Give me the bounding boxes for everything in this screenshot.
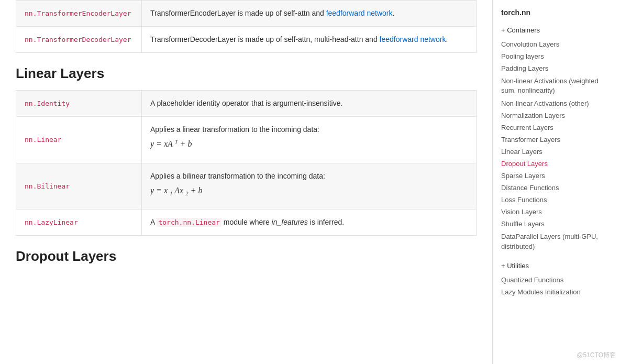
lazylinear-row: nn.LazyLinear A torch.nn.Linear module w…	[16, 209, 477, 236]
sidebar-item-shuffle-layers[interactable]: Shuffle Layers	[493, 218, 618, 230]
transformer-decoder-code: nn.TransformerDecoderLayer	[25, 36, 131, 43]
svg-text:y = xA
              T
       : y = xA T + b	[150, 136, 192, 149]
bilinear-math: y = x 1 Ax 2 + b	[150, 183, 325, 202]
sidebar-item-recurrent-layers[interactable]: Recurrent Layers	[493, 122, 618, 134]
sidebar-item-distance-functions[interactable]: Distance Functions	[493, 182, 618, 194]
sidebar-title: torch.nn	[493, 5, 618, 22]
sidebar-utilities-header[interactable]: + Utilities	[501, 260, 610, 272]
svg-text:y = x
              1
        : y = x 1 Ax 2 + b	[150, 186, 202, 197]
lazylinear-desc-before: A	[150, 218, 157, 226]
bilinear-row: nn.Bilinear Applies a bilinear transform…	[16, 163, 477, 210]
sidebar-item-dropout-layers[interactable]: Dropout Layers	[493, 158, 618, 170]
lazylinear-name[interactable]: nn.LazyLinear	[16, 209, 142, 235]
identity-name[interactable]: nn.Identity	[16, 91, 142, 116]
identity-desc: A placeholder identity operator that is …	[142, 91, 476, 116]
lazylinear-desc-italic: in_features	[272, 218, 308, 226]
linear-name[interactable]: nn.Linear	[16, 117, 142, 163]
linear-layers-heading: Linear Layers	[16, 65, 477, 82]
linear-desc: Applies a linear transformation to the i…	[142, 117, 476, 163]
sidebar-item-padding-layers[interactable]: Padding Layers	[493, 62, 618, 74]
sidebar-item-nonlinear-other[interactable]: Non-linear Activations (other)	[493, 97, 618, 109]
transformer-decoder-name[interactable]: nn.TransformerDecoderLayer	[16, 27, 142, 52]
sidebar-item-pooling-layers[interactable]: Pooling layers	[493, 50, 618, 62]
transformer-encoder-name[interactable]: nn.TransformerEncoderLayer	[16, 1, 142, 26]
linear-desc-text: Applies a linear transformation to the i…	[150, 124, 319, 135]
feedforward-link-2[interactable]: feedforward network	[380, 35, 446, 43]
transformer-encoder-row: nn.TransformerEncoderLayer TransformerEn…	[16, 0, 477, 27]
sidebar-item-vision-layers[interactable]: Vision Layers	[493, 206, 618, 218]
dropout-layers-heading: Dropout Layers	[16, 248, 477, 264]
main-content: nn.TransformerEncoderLayer TransformerEn…	[0, 0, 492, 364]
identity-code: nn.Identity	[25, 100, 70, 107]
utilities-plus-icon: +	[501, 262, 505, 270]
sidebar: torch.nn + Containers Convolution Layers…	[492, 0, 618, 364]
lazylinear-desc: A torch.nn.Linear module where in_featur…	[142, 209, 476, 235]
bilinear-desc-text: Applies a bilinear transformation to the…	[150, 171, 325, 182]
bilinear-desc: Applies a bilinear transformation to the…	[142, 163, 476, 209]
sidebar-item-quantized-functions[interactable]: Quantized Functions	[493, 274, 618, 286]
linear-math: y = xA T + b	[150, 136, 319, 156]
containers-plus-icon: +	[501, 26, 505, 34]
transformer-decoder-desc: TransformerDecoderLayer is made up of se…	[142, 27, 476, 52]
feedforward-link-1[interactable]: feedforward network	[326, 9, 393, 17]
lazylinear-inline-code: torch.nn.Linear	[157, 218, 221, 227]
sidebar-item-loss-functions[interactable]: Loss Functions	[493, 194, 618, 206]
sidebar-item-transformer-layers[interactable]: Transformer Layers	[493, 134, 618, 146]
watermark: @51CTO博客	[577, 351, 616, 360]
sidebar-item-lazy-modules[interactable]: Lazy Modules Initialization	[493, 286, 618, 298]
lazylinear-desc-after: is inferred.	[308, 218, 344, 226]
sidebar-item-dataparallel-layers[interactable]: DataParallel Layers (multi-GPU, distribu…	[493, 230, 618, 253]
bilinear-code: nn.Bilinear	[25, 182, 70, 190]
linear-row: nn.Linear Applies a linear transformatio…	[16, 117, 477, 163]
sidebar-containers-header[interactable]: + Containers	[501, 24, 610, 36]
sidebar-item-normalization-layers[interactable]: Normalization Layers	[493, 109, 618, 122]
bilinear-name[interactable]: nn.Bilinear	[16, 163, 142, 209]
sidebar-item-sparse-layers[interactable]: Sparse Layers	[493, 170, 618, 182]
bilinear-math-svg: y = x 1 Ax 2 + b	[150, 183, 213, 198]
transformer-encoder-desc: TransformerEncoderLayer is made up of se…	[142, 1, 476, 26]
lazylinear-code: nn.LazyLinear	[25, 218, 78, 226]
identity-row: nn.Identity A placeholder identity opera…	[16, 90, 477, 117]
sidebar-item-nonlinear-weighted[interactable]: Non-linear Activations (weighted sum, no…	[493, 74, 618, 97]
sidebar-containers-section: + Containers	[493, 22, 618, 38]
linear-math-svg: y = xA T + b	[150, 136, 197, 152]
transformer-decoder-row: nn.TransformerDecoderLayer TransformerDe…	[16, 27, 477, 53]
sidebar-item-convolution-layers[interactable]: Convolution Layers	[493, 38, 618, 50]
sidebar-utilities-section: + Utilities	[493, 258, 618, 274]
linear-code: nn.Linear	[25, 136, 61, 144]
sidebar-item-linear-layers[interactable]: Linear Layers	[493, 146, 618, 158]
lazylinear-desc-middle: module where	[222, 218, 272, 226]
transformer-encoder-code: nn.TransformerEncoderLayer	[25, 9, 131, 17]
